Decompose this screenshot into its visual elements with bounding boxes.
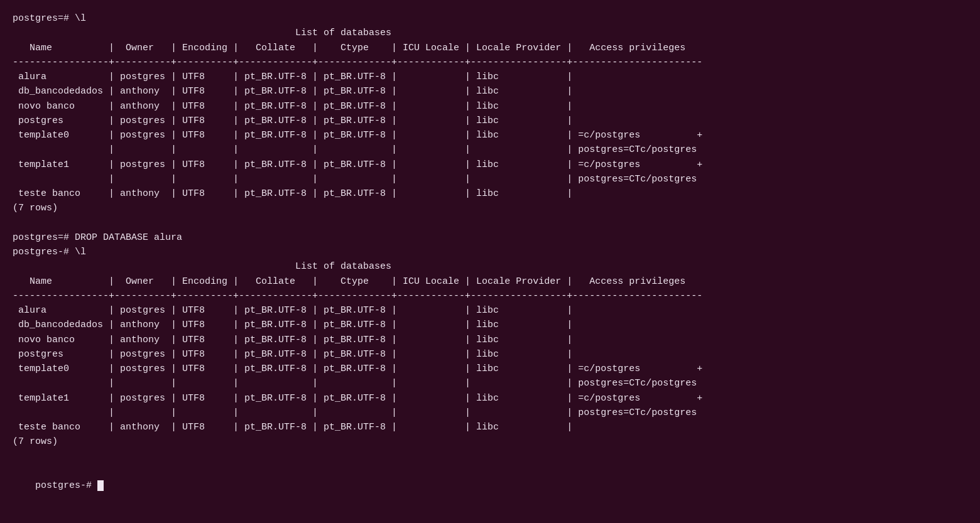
table2-row-5: template0 | postgres | UTF8 | pt_BR.UTF-… — [13, 362, 967, 376]
drop-command: postgres=# DROP DATABASE alura — [13, 230, 967, 245]
table1-row-4: postgres | postgres | UTF8 | pt_BR.UTF-8… — [13, 114, 967, 128]
list-command: postgres-# \l — [13, 245, 967, 259]
table1-row-2: db_bancodedados | anthony | UTF8 | pt_BR… — [13, 84, 967, 99]
table2-row-6: template1 | postgres | UTF8 | pt_BR.UTF-… — [13, 391, 967, 406]
blank-line-1 — [13, 216, 967, 230]
table1-header: Name | Owner | Encoding | Collate | Ctyp… — [13, 41, 967, 55]
final-prompt-text: postgres-# — [35, 480, 97, 491]
table1-separator: -----------------+----------+----------+… — [13, 55, 967, 70]
table1-title: List of databases — [13, 26, 967, 40]
table1-row-3: novo banco | anthony | UTF8 | pt_BR.UTF-… — [13, 99, 967, 114]
table2-row-5b: | | | | | | | postgres=CTc/postgres — [13, 376, 967, 391]
initial-prompt-line: postgres=# \l — [13, 11, 967, 26]
table1-row-5b: | | | | | | | postgres=CTc/postgres — [13, 143, 967, 157]
table2-row-6b: | | | | | | | postgres=CTc/postgres — [13, 406, 967, 420]
table2-row-7: teste banco | anthony | UTF8 | pt_BR.UTF… — [13, 420, 967, 434]
table2-row-1: alura | postgres | UTF8 | pt_BR.UTF-8 | … — [13, 303, 967, 318]
blank-line-2 — [13, 450, 967, 464]
table2-separator: -----------------+----------+----------+… — [13, 289, 967, 303]
final-prompt-line[interactable]: postgres-# — [13, 464, 967, 508]
table2-row-2: db_bancodedados | anthony | UTF8 | pt_BR… — [13, 318, 967, 332]
table1-row-7: teste banco | anthony | UTF8 | pt_BR.UTF… — [13, 186, 967, 201]
table1-row-1: alura | postgres | UTF8 | pt_BR.UTF-8 | … — [13, 70, 967, 84]
terminal-window: postgres=# \l List of databases Name | O… — [10, 6, 970, 523]
table2-title: List of databases — [13, 259, 967, 274]
table1-row-6b: | | | | | | | postgres=CTc/postgres — [13, 172, 967, 186]
table1-row-5: template0 | postgres | UTF8 | pt_BR.UTF-… — [13, 128, 967, 143]
table1-row-6: template1 | postgres | UTF8 | pt_BR.UTF-… — [13, 158, 967, 172]
table2-row-count: (7 rows) — [13, 434, 967, 449]
table2-header: Name | Owner | Encoding | Collate | Ctyp… — [13, 274, 967, 289]
table2-row-3: novo banco | anthony | UTF8 | pt_BR.UTF-… — [13, 333, 967, 347]
terminal-cursor — [97, 480, 104, 491]
table1-row-count: (7 rows) — [13, 201, 967, 215]
table2-row-4: postgres | postgres | UTF8 | pt_BR.UTF-8… — [13, 347, 967, 362]
